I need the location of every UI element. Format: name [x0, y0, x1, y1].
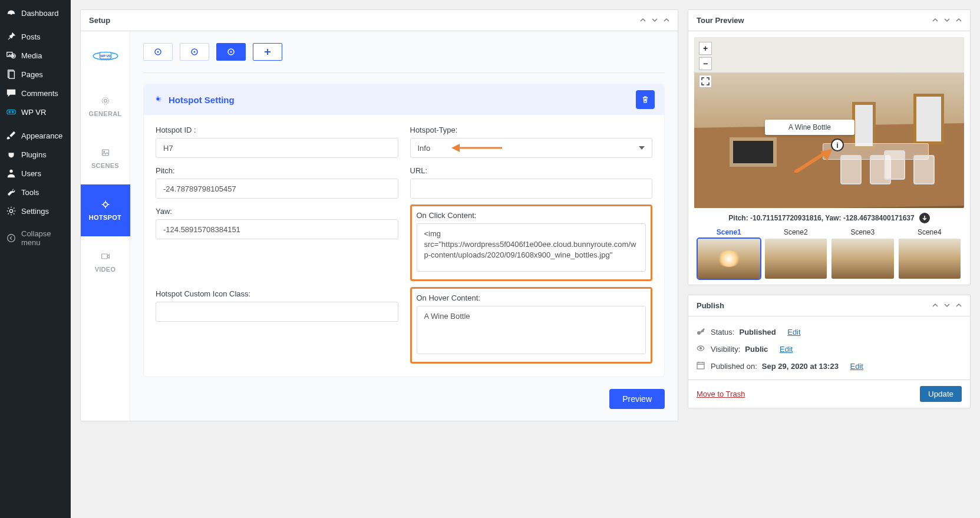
svg-rect-17 [102, 150, 108, 156]
scene-thumb-4[interactable]: Scene4 [899, 228, 961, 279]
svg-point-10 [9, 209, 12, 212]
url-label: URL: [410, 166, 653, 175]
tour-preview-panel: Tour Preview [688, 9, 971, 285]
panel-up-icon[interactable] [640, 16, 646, 25]
fullscreen-button[interactable] [699, 75, 712, 88]
annotation-arrow-icon [794, 149, 832, 174]
sidebar-item-posts[interactable]: Posts [0, 27, 71, 46]
sidebar-item-media[interactable]: Media [0, 46, 71, 65]
tour-title: Tour Preview [697, 16, 744, 25]
svg-rect-20 [101, 254, 107, 259]
panorama-viewer[interactable]: + − A Wine Bottle i [694, 37, 964, 208]
pitch-label: Pitch: [156, 166, 398, 175]
panel-toggle-icon[interactable] [956, 16, 962, 25]
panel-toggle-icon[interactable] [956, 301, 962, 310]
info-hotspot-icon[interactable]: i [831, 138, 844, 151]
panel-toggle-icon[interactable] [664, 16, 669, 25]
svg-point-27 [157, 97, 160, 100]
setup-title: Setup [89, 16, 110, 25]
zoom-in-button[interactable]: + [699, 42, 712, 55]
brush-icon [6, 130, 17, 141]
tab-scenes[interactable]: SCENES [81, 133, 130, 184]
annotation-arrow-icon [451, 144, 502, 152]
svg-point-22 [157, 51, 159, 53]
eye-icon [697, 344, 706, 354]
sidebar-label: Collapse menu [21, 229, 65, 247]
comment-icon [6, 88, 17, 98]
scene-thumb-1[interactable]: Scene1 [698, 228, 760, 279]
svg-point-16 [102, 97, 108, 104]
sidebar-item-comments[interactable]: Comments [0, 84, 71, 103]
panel-up-icon[interactable] [932, 16, 938, 25]
tab-general[interactable]: GENERAL [81, 81, 130, 133]
edit-status-link[interactable]: Edit [787, 328, 800, 336]
tab-label: HOTSPOT [89, 214, 121, 221]
hotspot-tabs [143, 43, 665, 61]
customicon-label: Hotspot Custom Icon Class: [156, 289, 398, 298]
field-onhover: On Hover Content: A Wine Bottle [410, 287, 653, 364]
sidebar-item-appearance[interactable]: Appearance [0, 126, 71, 145]
sidebar-item-pages[interactable]: Pages [0, 65, 71, 84]
panel-down-icon[interactable] [944, 301, 950, 310]
svg-point-31 [700, 348, 702, 349]
yaw-input[interactable] [156, 219, 398, 239]
field-onclick: On Click Content: <img src="https://word… [410, 204, 653, 281]
zoom-out-button[interactable]: − [699, 57, 712, 70]
sidebar-item-users[interactable]: Users [0, 164, 71, 183]
tab-hotspot[interactable]: HOTSPOT [81, 184, 130, 236]
svg-rect-32 [697, 362, 704, 369]
sidebar-item-tools[interactable]: Tools [0, 183, 71, 202]
sidebar-item-settings[interactable]: Settings [0, 202, 71, 220]
sidebar-item-collapse[interactable]: Collapse menu [0, 225, 71, 251]
delete-button[interactable] [636, 90, 655, 109]
update-button[interactable]: Update [920, 386, 962, 402]
customicon-input[interactable] [156, 302, 398, 322]
hotspot-nav-3[interactable] [216, 43, 246, 61]
panel-up-icon[interactable] [932, 301, 938, 310]
pages-icon [6, 69, 17, 80]
copy-coords-button[interactable] [919, 213, 930, 223]
svg-point-18 [103, 151, 104, 153]
panel-down-icon[interactable] [944, 16, 950, 25]
hotspot-type-label: Hotspot-Type: [410, 126, 653, 134]
edit-date-link[interactable]: Edit [850, 362, 863, 371]
pitch-input[interactable] [156, 179, 398, 199]
hotspot-nav-2[interactable] [180, 43, 209, 61]
svg-point-15 [104, 100, 107, 103]
sidebar-item-wpvr[interactable]: WP VR [0, 103, 71, 121]
preview-button[interactable]: Preview [609, 389, 665, 409]
status-row: Status: Published Edit [697, 324, 962, 341]
field-pitch: Pitch: [156, 166, 398, 199]
setup-panel: Setup WP VR GENERAL [80, 9, 678, 421]
vr-icon [6, 107, 17, 117]
svg-point-26 [230, 51, 232, 53]
onclick-textarea[interactable]: <img src="https://wordpress5f0406f1e00ee… [417, 223, 646, 272]
publish-title: Publish [697, 301, 724, 310]
hotspot-add[interactable] [253, 43, 282, 61]
sidebar-label: Settings [21, 207, 49, 216]
edit-visibility-link[interactable]: Edit [780, 345, 793, 354]
sidebar-label: Pages [21, 70, 43, 79]
onhover-label: On Hover Content: [417, 293, 646, 302]
sidebar-label: WP VR [21, 108, 46, 117]
svg-point-7 [9, 111, 11, 113]
sidebar-item-dashboard[interactable]: Dashboard [0, 4, 71, 22]
scene-thumb-2[interactable]: Scene2 [765, 228, 827, 279]
hotspot-nav-1[interactable] [143, 43, 173, 61]
visibility-row: Visibility: Public Edit [697, 341, 962, 358]
url-input[interactable] [410, 179, 653, 199]
hotspot-id-label: Hotspot ID : [156, 126, 398, 134]
svg-line-29 [794, 154, 824, 173]
onhover-textarea[interactable]: A Wine Bottle [417, 306, 646, 354]
tab-video[interactable]: VIDEO [81, 236, 130, 288]
scene-thumbs: Scene1 Scene2 Scene3 Scene4 [694, 228, 964, 279]
dashboard-icon [6, 8, 17, 18]
sidebar-item-plugins[interactable]: Plugins [0, 145, 71, 164]
panel-down-icon[interactable] [652, 16, 658, 25]
move-to-trash-link[interactable]: Move to Trash [697, 390, 745, 398]
card-title: Hotspot Setting [169, 95, 235, 105]
hotspot-id-input[interactable] [156, 138, 398, 158]
scene-thumb-3[interactable]: Scene3 [831, 228, 894, 279]
sidebar-label: Comments [21, 89, 58, 98]
hotspot-type-select[interactable]: Info [410, 138, 653, 158]
